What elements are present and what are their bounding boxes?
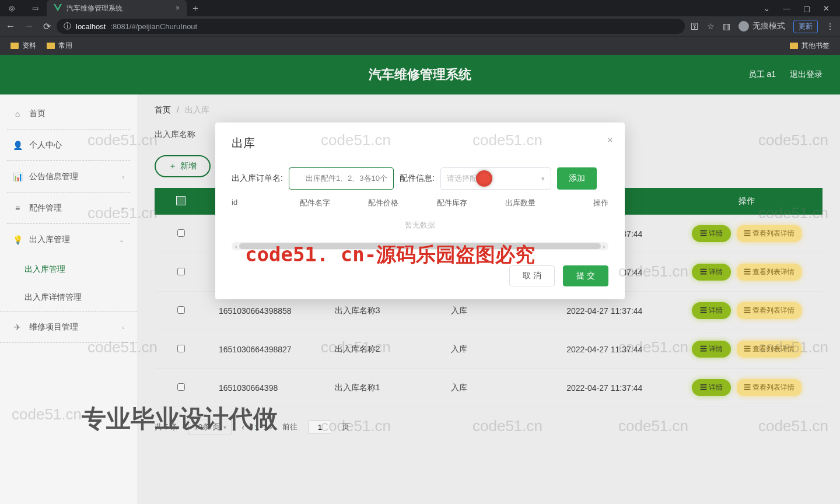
mth-qty: 出库数量 bbox=[505, 198, 573, 208]
mth-stock: 配件库存 bbox=[437, 198, 505, 208]
submit-button[interactable]: 提 交 bbox=[563, 265, 608, 286]
modal-table-header: id 配件名字 配件价格 配件库存 出库数量 操作 bbox=[232, 198, 608, 208]
parts-info-label: 配件信息: bbox=[400, 173, 435, 184]
mth-price: 配件价格 bbox=[368, 198, 436, 208]
parts-select[interactable]: 请选择配... ▾ bbox=[440, 167, 551, 190]
scrollbar-thumb[interactable] bbox=[239, 243, 600, 249]
order-name-input[interactable] bbox=[289, 167, 394, 190]
cancel-button[interactable]: 取 消 bbox=[509, 265, 555, 286]
chevron-down-icon: ▾ bbox=[541, 175, 545, 183]
modal-dialog: 出库 × 出入库订单名: ⌕ 配件信息: 请选择配... ▾ 添加 id 配件名… bbox=[215, 123, 625, 299]
modal-add-button[interactable]: 添加 bbox=[557, 167, 597, 190]
close-icon[interactable]: × bbox=[607, 134, 613, 146]
order-name-label: 出入库订单名: bbox=[232, 173, 283, 184]
modal-mask[interactable]: 出库 × 出入库订单名: ⌕ 配件信息: 请选择配... ▾ 添加 id 配件名… bbox=[0, 0, 840, 504]
cursor-indicator bbox=[476, 170, 492, 187]
scroll-right-icon[interactable]: › bbox=[603, 243, 605, 250]
horizontal-scrollbar[interactable]: ‹ › bbox=[232, 242, 608, 250]
scroll-left-icon[interactable]: ‹ bbox=[235, 243, 237, 250]
modal-empty-text: 暂无数据 bbox=[232, 220, 608, 230]
mth-id: id bbox=[232, 198, 300, 208]
modal-title: 出库 bbox=[232, 135, 608, 151]
mth-op: 操作 bbox=[573, 198, 608, 208]
mth-name: 配件名字 bbox=[300, 198, 368, 208]
